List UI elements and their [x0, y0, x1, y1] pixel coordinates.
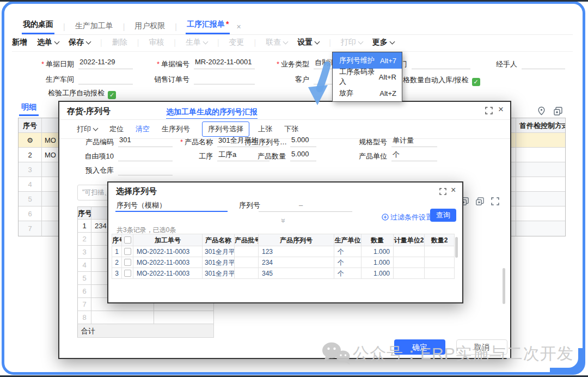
- filter-settings-link[interactable]: 过滤条件设置: [382, 212, 433, 222]
- serial-grid-seq[interactable]: 5: [77, 272, 91, 285]
- tab-process-report[interactable]: 工序汇报单*: [186, 19, 230, 34]
- row-unit2[interactable]: [394, 246, 425, 257]
- row-seq[interactable]: 1: [112, 246, 122, 257]
- fullscreen-icon[interactable]: [491, 197, 499, 205]
- row-checkbox[interactable]: [124, 248, 131, 255]
- row-qty[interactable]: 1.000: [362, 246, 394, 257]
- serial-range-input[interactable]: [259, 211, 352, 212]
- doc-date-input[interactable]: 2022-11-29: [78, 58, 133, 69]
- serial-grid-seq[interactable]: 8: [77, 311, 91, 324]
- row-seq[interactable]: 2: [112, 257, 122, 268]
- doc-no-input[interactable]: MR-2022-11-0001: [194, 58, 255, 69]
- serial-grid-seq[interactable]: 7: [77, 298, 91, 311]
- handler-input[interactable]: [522, 58, 565, 69]
- print-button[interactable]: 打印: [77, 124, 97, 134]
- change-button[interactable]: 变更: [229, 38, 244, 47]
- row-unit2[interactable]: [394, 268, 425, 279]
- row-unit[interactable]: 个: [334, 268, 362, 279]
- row-mo[interactable]: MO-2022-11-0003: [133, 257, 203, 268]
- grid-row-cell[interactable]: [516, 148, 565, 162]
- dialog-scrollbar[interactable]: [503, 268, 505, 304]
- delete-button[interactable]: 删除: [112, 38, 127, 47]
- grid-row-cell[interactable]: [516, 221, 565, 236]
- row-qty2[interactable]: [425, 257, 455, 268]
- row-qty[interactable]: 1.000: [362, 257, 394, 268]
- table-scrollbar[interactable]: [455, 237, 458, 258]
- select-all-checkbox[interactable]: [124, 236, 131, 244]
- row-checkbox[interactable]: [124, 259, 131, 266]
- row-product-name[interactable]: 301全月平均: [203, 268, 235, 279]
- more-button[interactable]: 更多: [372, 38, 394, 47]
- row-mo[interactable]: MO-2022-11-0003: [133, 246, 203, 257]
- grid-row-cell[interactable]: [516, 133, 565, 148]
- product-unit-input[interactable]: 个: [391, 150, 437, 161]
- menu-item-abandon[interactable]: 放弃Alt+Z: [333, 85, 402, 101]
- new-button[interactable]: 新增: [12, 38, 27, 47]
- locate-icon[interactable]: [537, 106, 546, 115]
- settings-button[interactable]: 设置: [297, 38, 319, 47]
- row-qty2[interactable]: [425, 246, 455, 257]
- checkbox-checked-icon[interactable]: ✓: [108, 91, 116, 99]
- sales-order-input[interactable]: [194, 73, 255, 84]
- row-product-name[interactable]: 301全月平均: [203, 246, 235, 257]
- row-qty[interactable]: 1.000: [362, 268, 394, 279]
- grid-row-cell[interactable]: [516, 206, 565, 221]
- tab-close-icon[interactable]: ×: [236, 22, 241, 31]
- row-seq[interactable]: 3: [112, 268, 122, 279]
- remove-card-icon[interactable]: [475, 197, 485, 206]
- save-button[interactable]: 保存: [69, 38, 90, 47]
- grid-row-seq[interactable]: 2: [19, 148, 42, 162]
- maximize-icon[interactable]: [485, 107, 493, 114]
- collapse-chevron-icon[interactable]: »: [279, 218, 288, 223]
- row-batch[interactable]: [235, 246, 259, 257]
- serial-grid-seq[interactable]: 3: [77, 246, 91, 259]
- next-sheet-button[interactable]: 下张: [284, 124, 298, 134]
- grid-row-seq[interactable]: 3: [19, 162, 42, 177]
- audit-button[interactable]: 审核: [149, 38, 164, 47]
- link-query-button[interactable]: 联查: [266, 38, 287, 47]
- row-qty2[interactable]: [425, 268, 455, 279]
- free-item-input[interactable]: [118, 150, 173, 161]
- tab-production-order[interactable]: 生产加工单: [74, 20, 114, 34]
- prev-sheet-button[interactable]: 上张: [258, 124, 272, 134]
- locate-button[interactable]: 定位: [109, 124, 124, 134]
- product-code-input[interactable]: 301: [118, 136, 173, 147]
- row-serial[interactable]: 123: [259, 246, 334, 257]
- serial-grid-seq[interactable]: 1: [77, 220, 91, 233]
- query-button[interactable]: 查询: [430, 209, 456, 222]
- workshop-input[interactable]: [78, 73, 133, 84]
- grid-row-cell[interactable]: [516, 177, 565, 192]
- checkbox-checked-icon[interactable]: ✓: [472, 78, 480, 86]
- row-mo[interactable]: MO-2022-11-0003: [133, 268, 203, 279]
- serial-grid-cell[interactable]: [154, 311, 214, 324]
- tab-my-desktop[interactable]: 我的桌面: [22, 19, 54, 34]
- print-button[interactable]: 打印: [341, 38, 363, 47]
- serial-select-button[interactable]: 序列号选择: [202, 121, 249, 137]
- spec-input[interactable]: 单计量: [391, 136, 437, 147]
- clear-button[interactable]: 清空: [136, 124, 150, 134]
- multi-view-icon[interactable]: [553, 106, 563, 116]
- menu-item-serial-maintain[interactable]: 序列号维护Alt+7: [333, 52, 402, 69]
- row-gear-icon[interactable]: ⚙: [27, 136, 33, 144]
- close-icon[interactable]: ×: [451, 185, 456, 195]
- grid-row-seq[interactable]: 4: [19, 177, 42, 192]
- row-unit[interactable]: 个: [334, 246, 362, 257]
- grid-row-seq[interactable]: 6: [19, 206, 42, 221]
- warehouse-input[interactable]: [118, 164, 173, 175]
- tab-user-permission[interactable]: 用户权限: [133, 20, 166, 34]
- row-serial[interactable]: 234: [259, 257, 334, 268]
- serial-grid-cell[interactable]: [91, 311, 154, 324]
- generate-button[interactable]: 生单: [186, 38, 207, 47]
- serial-grid-seq[interactable]: 4: [77, 259, 91, 272]
- serial-grid-seq[interactable]: 6: [77, 285, 91, 298]
- fuzzy-serial-input[interactable]: [115, 211, 228, 212]
- row-serial[interactable]: 345: [259, 268, 334, 279]
- grid-row-cell[interactable]: [516, 162, 565, 177]
- row-checkbox[interactable]: [124, 270, 131, 277]
- row-batch[interactable]: [235, 257, 259, 268]
- generate-serial-button[interactable]: 生序列号: [162, 124, 190, 134]
- grid-row-cell[interactable]: [516, 192, 565, 206]
- row-unit2[interactable]: [394, 257, 425, 268]
- tab-detail[interactable]: 明细: [19, 102, 39, 116]
- close-icon[interactable]: ×: [498, 104, 504, 115]
